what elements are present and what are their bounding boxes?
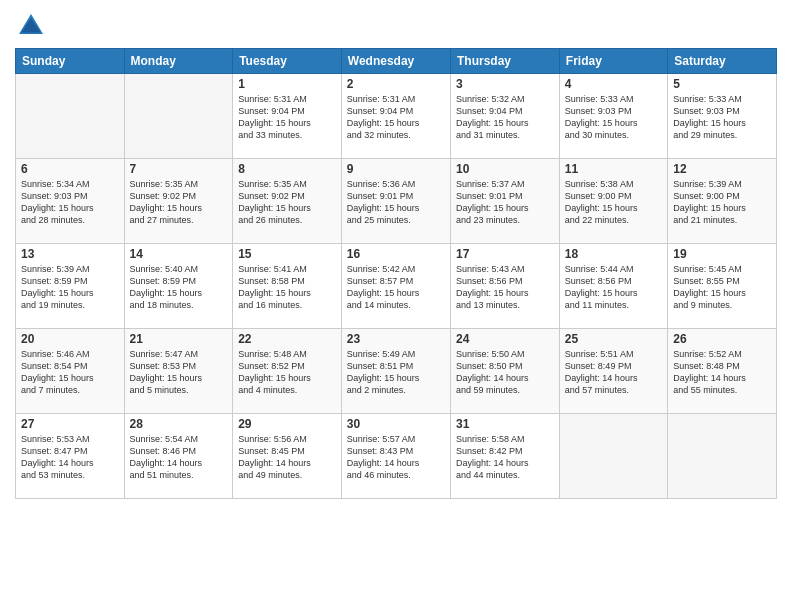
calendar-header: Sunday Monday Tuesday Wednesday Thursday…	[16, 49, 777, 74]
day-info: Sunrise: 5:34 AM Sunset: 9:03 PM Dayligh…	[21, 178, 119, 227]
week-row-4: 20Sunrise: 5:46 AM Sunset: 8:54 PM Dayli…	[16, 329, 777, 414]
day-info: Sunrise: 5:35 AM Sunset: 9:02 PM Dayligh…	[130, 178, 228, 227]
day-info: Sunrise: 5:36 AM Sunset: 9:01 PM Dayligh…	[347, 178, 445, 227]
day-info: Sunrise: 5:47 AM Sunset: 8:53 PM Dayligh…	[130, 348, 228, 397]
calendar-body: 1Sunrise: 5:31 AM Sunset: 9:04 PM Daylig…	[16, 74, 777, 499]
day-cell: 31Sunrise: 5:58 AM Sunset: 8:42 PM Dayli…	[451, 414, 560, 499]
col-sunday: Sunday	[16, 49, 125, 74]
page: Sunday Monday Tuesday Wednesday Thursday…	[0, 0, 792, 612]
day-cell	[559, 414, 667, 499]
day-number: 7	[130, 162, 228, 176]
day-number: 8	[238, 162, 336, 176]
col-monday: Monday	[124, 49, 233, 74]
day-cell: 11Sunrise: 5:38 AM Sunset: 9:00 PM Dayli…	[559, 159, 667, 244]
day-cell	[16, 74, 125, 159]
day-info: Sunrise: 5:33 AM Sunset: 9:03 PM Dayligh…	[565, 93, 662, 142]
calendar: Sunday Monday Tuesday Wednesday Thursday…	[15, 48, 777, 499]
header-row: Sunday Monday Tuesday Wednesday Thursday…	[16, 49, 777, 74]
day-cell: 16Sunrise: 5:42 AM Sunset: 8:57 PM Dayli…	[341, 244, 450, 329]
day-info: Sunrise: 5:37 AM Sunset: 9:01 PM Dayligh…	[456, 178, 554, 227]
day-cell: 19Sunrise: 5:45 AM Sunset: 8:55 PM Dayli…	[668, 244, 777, 329]
day-cell: 20Sunrise: 5:46 AM Sunset: 8:54 PM Dayli…	[16, 329, 125, 414]
col-wednesday: Wednesday	[341, 49, 450, 74]
day-info: Sunrise: 5:48 AM Sunset: 8:52 PM Dayligh…	[238, 348, 336, 397]
day-cell: 12Sunrise: 5:39 AM Sunset: 9:00 PM Dayli…	[668, 159, 777, 244]
day-cell: 1Sunrise: 5:31 AM Sunset: 9:04 PM Daylig…	[233, 74, 342, 159]
day-number: 20	[21, 332, 119, 346]
day-cell: 4Sunrise: 5:33 AM Sunset: 9:03 PM Daylig…	[559, 74, 667, 159]
day-number: 9	[347, 162, 445, 176]
day-info: Sunrise: 5:57 AM Sunset: 8:43 PM Dayligh…	[347, 433, 445, 482]
day-number: 28	[130, 417, 228, 431]
col-tuesday: Tuesday	[233, 49, 342, 74]
day-cell: 14Sunrise: 5:40 AM Sunset: 8:59 PM Dayli…	[124, 244, 233, 329]
day-info: Sunrise: 5:35 AM Sunset: 9:02 PM Dayligh…	[238, 178, 336, 227]
day-cell: 30Sunrise: 5:57 AM Sunset: 8:43 PM Dayli…	[341, 414, 450, 499]
day-number: 2	[347, 77, 445, 91]
day-cell	[668, 414, 777, 499]
day-cell: 15Sunrise: 5:41 AM Sunset: 8:58 PM Dayli…	[233, 244, 342, 329]
day-info: Sunrise: 5:58 AM Sunset: 8:42 PM Dayligh…	[456, 433, 554, 482]
day-info: Sunrise: 5:42 AM Sunset: 8:57 PM Dayligh…	[347, 263, 445, 312]
day-cell: 2Sunrise: 5:31 AM Sunset: 9:04 PM Daylig…	[341, 74, 450, 159]
day-info: Sunrise: 5:52 AM Sunset: 8:48 PM Dayligh…	[673, 348, 771, 397]
day-cell: 21Sunrise: 5:47 AM Sunset: 8:53 PM Dayli…	[124, 329, 233, 414]
day-info: Sunrise: 5:46 AM Sunset: 8:54 PM Dayligh…	[21, 348, 119, 397]
day-number: 29	[238, 417, 336, 431]
col-thursday: Thursday	[451, 49, 560, 74]
day-cell	[124, 74, 233, 159]
day-info: Sunrise: 5:50 AM Sunset: 8:50 PM Dayligh…	[456, 348, 554, 397]
day-cell: 22Sunrise: 5:48 AM Sunset: 8:52 PM Dayli…	[233, 329, 342, 414]
day-cell: 6Sunrise: 5:34 AM Sunset: 9:03 PM Daylig…	[16, 159, 125, 244]
day-number: 30	[347, 417, 445, 431]
day-cell: 17Sunrise: 5:43 AM Sunset: 8:56 PM Dayli…	[451, 244, 560, 329]
day-info: Sunrise: 5:31 AM Sunset: 9:04 PM Dayligh…	[347, 93, 445, 142]
day-number: 4	[565, 77, 662, 91]
day-cell: 13Sunrise: 5:39 AM Sunset: 8:59 PM Dayli…	[16, 244, 125, 329]
day-number: 25	[565, 332, 662, 346]
day-number: 12	[673, 162, 771, 176]
day-cell: 27Sunrise: 5:53 AM Sunset: 8:47 PM Dayli…	[16, 414, 125, 499]
day-number: 22	[238, 332, 336, 346]
day-number: 21	[130, 332, 228, 346]
day-number: 5	[673, 77, 771, 91]
day-cell: 9Sunrise: 5:36 AM Sunset: 9:01 PM Daylig…	[341, 159, 450, 244]
day-cell: 10Sunrise: 5:37 AM Sunset: 9:01 PM Dayli…	[451, 159, 560, 244]
day-number: 3	[456, 77, 554, 91]
day-info: Sunrise: 5:44 AM Sunset: 8:56 PM Dayligh…	[565, 263, 662, 312]
day-cell: 26Sunrise: 5:52 AM Sunset: 8:48 PM Dayli…	[668, 329, 777, 414]
day-cell: 18Sunrise: 5:44 AM Sunset: 8:56 PM Dayli…	[559, 244, 667, 329]
day-cell: 8Sunrise: 5:35 AM Sunset: 9:02 PM Daylig…	[233, 159, 342, 244]
day-info: Sunrise: 5:45 AM Sunset: 8:55 PM Dayligh…	[673, 263, 771, 312]
day-cell: 28Sunrise: 5:54 AM Sunset: 8:46 PM Dayli…	[124, 414, 233, 499]
day-info: Sunrise: 5:53 AM Sunset: 8:47 PM Dayligh…	[21, 433, 119, 482]
day-cell: 3Sunrise: 5:32 AM Sunset: 9:04 PM Daylig…	[451, 74, 560, 159]
day-info: Sunrise: 5:39 AM Sunset: 8:59 PM Dayligh…	[21, 263, 119, 312]
day-info: Sunrise: 5:49 AM Sunset: 8:51 PM Dayligh…	[347, 348, 445, 397]
day-number: 14	[130, 247, 228, 261]
day-cell: 23Sunrise: 5:49 AM Sunset: 8:51 PM Dayli…	[341, 329, 450, 414]
day-number: 27	[21, 417, 119, 431]
col-friday: Friday	[559, 49, 667, 74]
day-info: Sunrise: 5:33 AM Sunset: 9:03 PM Dayligh…	[673, 93, 771, 142]
day-number: 19	[673, 247, 771, 261]
day-info: Sunrise: 5:54 AM Sunset: 8:46 PM Dayligh…	[130, 433, 228, 482]
header	[15, 10, 777, 42]
day-info: Sunrise: 5:51 AM Sunset: 8:49 PM Dayligh…	[565, 348, 662, 397]
day-number: 16	[347, 247, 445, 261]
day-cell: 7Sunrise: 5:35 AM Sunset: 9:02 PM Daylig…	[124, 159, 233, 244]
week-row-2: 6Sunrise: 5:34 AM Sunset: 9:03 PM Daylig…	[16, 159, 777, 244]
col-saturday: Saturday	[668, 49, 777, 74]
logo-icon	[15, 10, 47, 42]
day-cell: 5Sunrise: 5:33 AM Sunset: 9:03 PM Daylig…	[668, 74, 777, 159]
day-number: 26	[673, 332, 771, 346]
day-info: Sunrise: 5:41 AM Sunset: 8:58 PM Dayligh…	[238, 263, 336, 312]
day-info: Sunrise: 5:31 AM Sunset: 9:04 PM Dayligh…	[238, 93, 336, 142]
day-cell: 29Sunrise: 5:56 AM Sunset: 8:45 PM Dayli…	[233, 414, 342, 499]
day-number: 18	[565, 247, 662, 261]
day-info: Sunrise: 5:38 AM Sunset: 9:00 PM Dayligh…	[565, 178, 662, 227]
day-info: Sunrise: 5:56 AM Sunset: 8:45 PM Dayligh…	[238, 433, 336, 482]
logo	[15, 10, 51, 42]
day-info: Sunrise: 5:43 AM Sunset: 8:56 PM Dayligh…	[456, 263, 554, 312]
day-cell: 25Sunrise: 5:51 AM Sunset: 8:49 PM Dayli…	[559, 329, 667, 414]
